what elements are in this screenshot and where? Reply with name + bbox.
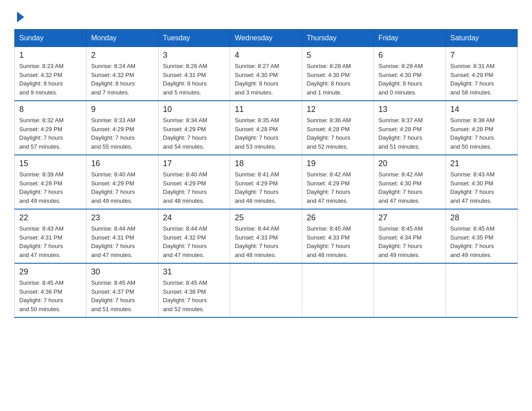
day-number: 5 [307, 51, 369, 60]
day-info: Sunrise: 8:45 AMSunset: 4:36 PMDaylight:… [19, 278, 82, 313]
calendar-cell: 15 Sunrise: 8:39 AMSunset: 4:28 PMDaylig… [15, 155, 86, 209]
calendar-cell: 20 Sunrise: 8:42 AMSunset: 4:30 PMDaylig… [374, 155, 446, 209]
logo [14, 11, 26, 24]
day-info: Sunrise: 8:35 AMSunset: 4:28 PMDaylight:… [235, 116, 297, 151]
day-number: 16 [91, 159, 153, 168]
weekday-header-tuesday: Tuesday [158, 30, 230, 47]
day-number: 25 [235, 213, 297, 223]
weekday-header-wednesday: Wednesday [230, 30, 302, 47]
page-header [14, 11, 518, 24]
day-number: 13 [378, 105, 441, 114]
day-info: Sunrise: 8:34 AMSunset: 4:29 PMDaylight:… [163, 116, 225, 151]
calendar-cell: 23 Sunrise: 8:44 AMSunset: 4:31 PMDaylig… [86, 209, 158, 263]
calendar-cell: 13 Sunrise: 8:37 AMSunset: 4:28 PMDaylig… [374, 101, 446, 155]
calendar-cell [446, 263, 517, 317]
calendar-week-row: 8 Sunrise: 8:32 AMSunset: 4:29 PMDayligh… [15, 101, 518, 155]
calendar-cell: 17 Sunrise: 8:40 AMSunset: 4:29 PMDaylig… [158, 155, 230, 209]
day-number: 12 [307, 105, 369, 114]
weekday-header-row: SundayMondayTuesdayWednesdayThursdayFrid… [15, 30, 518, 47]
calendar-cell: 28 Sunrise: 8:45 AMSunset: 4:35 PMDaylig… [446, 209, 517, 263]
day-info: Sunrise: 8:36 AMSunset: 4:28 PMDaylight:… [307, 116, 369, 151]
day-info: Sunrise: 8:37 AMSunset: 4:28 PMDaylight:… [378, 116, 441, 151]
day-info: Sunrise: 8:39 AMSunset: 4:28 PMDaylight:… [19, 170, 82, 205]
weekday-header-friday: Friday [374, 30, 446, 47]
day-number: 21 [450, 159, 513, 168]
day-info: Sunrise: 8:43 AMSunset: 4:30 PMDaylight:… [450, 170, 513, 205]
calendar-cell: 9 Sunrise: 8:33 AMSunset: 4:29 PMDayligh… [86, 101, 158, 155]
day-info: Sunrise: 8:45 AMSunset: 4:34 PMDaylight:… [378, 224, 441, 259]
day-info: Sunrise: 8:42 AMSunset: 4:30 PMDaylight:… [378, 170, 441, 205]
calendar-cell: 27 Sunrise: 8:45 AMSunset: 4:34 PMDaylig… [374, 209, 446, 263]
day-number: 9 [91, 105, 153, 114]
day-number: 7 [450, 51, 513, 60]
calendar-cell: 14 Sunrise: 8:38 AMSunset: 4:28 PMDaylig… [446, 101, 517, 155]
calendar-cell: 8 Sunrise: 8:32 AMSunset: 4:29 PMDayligh… [15, 101, 86, 155]
day-info: Sunrise: 8:41 AMSunset: 4:29 PMDaylight:… [235, 170, 297, 205]
logo-arrow-icon [15, 11, 25, 26]
day-number: 30 [91, 267, 153, 277]
day-number: 11 [235, 105, 297, 114]
day-info: Sunrise: 8:28 AMSunset: 4:30 PMDaylight:… [307, 62, 369, 97]
calendar-cell: 10 Sunrise: 8:34 AMSunset: 4:29 PMDaylig… [158, 101, 230, 155]
calendar-week-row: 29 Sunrise: 8:45 AMSunset: 4:36 PMDaylig… [15, 263, 518, 317]
calendar-cell: 2 Sunrise: 8:24 AMSunset: 4:32 PMDayligh… [86, 47, 158, 101]
calendar-cell: 19 Sunrise: 8:42 AMSunset: 4:29 PMDaylig… [302, 155, 373, 209]
calendar-cell: 7 Sunrise: 8:31 AMSunset: 4:29 PMDayligh… [446, 47, 517, 101]
day-info: Sunrise: 8:45 AMSunset: 4:33 PMDaylight:… [307, 224, 369, 259]
calendar-cell: 3 Sunrise: 8:26 AMSunset: 4:31 PMDayligh… [158, 47, 230, 101]
day-info: Sunrise: 8:38 AMSunset: 4:28 PMDaylight:… [450, 116, 513, 151]
calendar-cell [230, 263, 302, 317]
day-info: Sunrise: 8:45 AMSunset: 4:35 PMDaylight:… [450, 224, 513, 259]
calendar-table: SundayMondayTuesdayWednesdayThursdayFrid… [14, 29, 518, 318]
day-number: 28 [450, 213, 513, 223]
day-info: Sunrise: 8:27 AMSunset: 4:30 PMDaylight:… [235, 62, 297, 97]
day-number: 14 [450, 105, 513, 114]
day-number: 26 [307, 213, 369, 223]
day-number: 27 [378, 213, 441, 223]
calendar-week-row: 22 Sunrise: 8:43 AMSunset: 4:31 PMDaylig… [15, 209, 518, 263]
day-number: 17 [163, 159, 225, 168]
weekday-header-monday: Monday [86, 30, 158, 47]
day-number: 10 [163, 105, 225, 114]
day-info: Sunrise: 8:42 AMSunset: 4:29 PMDaylight:… [307, 170, 369, 205]
day-info: Sunrise: 8:29 AMSunset: 4:30 PMDaylight:… [378, 62, 441, 97]
calendar-cell: 6 Sunrise: 8:29 AMSunset: 4:30 PMDayligh… [374, 47, 446, 101]
day-info: Sunrise: 8:32 AMSunset: 4:29 PMDaylight:… [19, 116, 82, 151]
calendar-cell: 26 Sunrise: 8:45 AMSunset: 4:33 PMDaylig… [302, 209, 373, 263]
day-info: Sunrise: 8:44 AMSunset: 4:32 PMDaylight:… [163, 224, 225, 259]
day-number: 2 [91, 51, 153, 60]
day-info: Sunrise: 8:26 AMSunset: 4:31 PMDaylight:… [163, 62, 225, 97]
calendar-cell [374, 263, 446, 317]
calendar-cell: 24 Sunrise: 8:44 AMSunset: 4:32 PMDaylig… [158, 209, 230, 263]
day-info: Sunrise: 8:31 AMSunset: 4:29 PMDaylight:… [450, 62, 513, 97]
calendar-cell: 31 Sunrise: 8:45 AMSunset: 4:38 PMDaylig… [158, 263, 230, 317]
day-number: 29 [19, 267, 82, 277]
day-info: Sunrise: 8:33 AMSunset: 4:29 PMDaylight:… [91, 116, 153, 151]
calendar-cell: 1 Sunrise: 8:23 AMSunset: 4:32 PMDayligh… [15, 47, 86, 101]
calendar-cell: 29 Sunrise: 8:45 AMSunset: 4:36 PMDaylig… [15, 263, 86, 317]
day-info: Sunrise: 8:44 AMSunset: 4:31 PMDaylight:… [91, 224, 153, 259]
calendar-cell: 4 Sunrise: 8:27 AMSunset: 4:30 PMDayligh… [230, 47, 302, 101]
calendar-cell: 25 Sunrise: 8:44 AMSunset: 4:33 PMDaylig… [230, 209, 302, 263]
calendar-cell [302, 263, 373, 317]
day-info: Sunrise: 8:45 AMSunset: 4:38 PMDaylight:… [163, 278, 225, 313]
day-number: 19 [307, 159, 369, 168]
calendar-cell: 18 Sunrise: 8:41 AMSunset: 4:29 PMDaylig… [230, 155, 302, 209]
calendar-week-row: 15 Sunrise: 8:39 AMSunset: 4:28 PMDaylig… [15, 155, 518, 209]
day-info: Sunrise: 8:24 AMSunset: 4:32 PMDaylight:… [91, 62, 153, 97]
day-info: Sunrise: 8:45 AMSunset: 4:37 PMDaylight:… [91, 278, 153, 313]
calendar-cell: 11 Sunrise: 8:35 AMSunset: 4:28 PMDaylig… [230, 101, 302, 155]
day-number: 8 [19, 105, 82, 114]
day-number: 24 [163, 213, 225, 223]
day-number: 15 [19, 159, 82, 168]
weekday-header-saturday: Saturday [446, 30, 517, 47]
calendar-cell: 5 Sunrise: 8:28 AMSunset: 4:30 PMDayligh… [302, 47, 373, 101]
calendar-cell: 21 Sunrise: 8:43 AMSunset: 4:30 PMDaylig… [446, 155, 517, 209]
day-number: 20 [378, 159, 441, 168]
day-info: Sunrise: 8:40 AMSunset: 4:29 PMDaylight:… [91, 170, 153, 205]
day-number: 4 [235, 51, 297, 60]
day-info: Sunrise: 8:23 AMSunset: 4:32 PMDaylight:… [19, 62, 82, 97]
calendar-week-row: 1 Sunrise: 8:23 AMSunset: 4:32 PMDayligh… [15, 47, 518, 101]
day-number: 1 [19, 51, 82, 60]
day-number: 6 [378, 51, 441, 60]
